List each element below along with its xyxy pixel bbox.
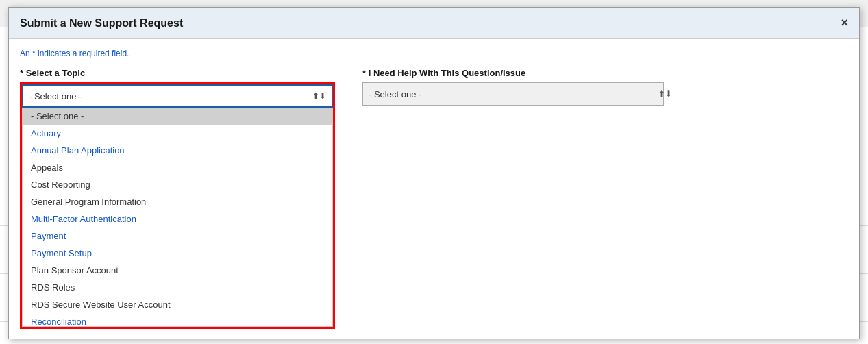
dropdown-item-annual-plan[interactable]: Annual Plan Application	[23, 142, 332, 159]
dropdown-item-rds-secure[interactable]: RDS Secure Website User Account	[23, 296, 332, 313]
modal-close-button[interactable]: ×	[841, 16, 848, 30]
dropdown-item-appeals[interactable]: Appeals	[23, 159, 332, 176]
dropdown-item-select-one[interactable]: - Select one -	[23, 108, 332, 125]
required-note: An * indicates a required field.	[20, 49, 848, 58]
dropdown-item-mfa[interactable]: Multi-Factor Authentication	[23, 210, 332, 228]
dropdown-item-actuary[interactable]: Actuary	[23, 125, 332, 142]
modal-body: An * indicates a required field. * Selec…	[9, 39, 859, 339]
topic-form-group: * Select a Topic - Select one - ⬆⬇ - Sel…	[20, 68, 335, 329]
topic-dropdown-list: - Select one - Actuary Annual Plan Appli…	[22, 108, 333, 327]
topic-select-value: - Select one -	[29, 91, 82, 101]
help-label: * I Need Help With This Question/Issue	[362, 68, 678, 78]
dropdown-item-general-program[interactable]: General Program Information	[23, 193, 332, 210]
modal-dialog: Submit a New Support Request × An * indi…	[8, 7, 860, 339]
dropdown-item-cost-reporting[interactable]: Cost Reporting	[23, 176, 332, 193]
form-row: * Select a Topic - Select one - ⬆⬇ - Sel…	[20, 68, 848, 329]
topic-select-trigger[interactable]: - Select one - ⬆⬇	[22, 84, 333, 108]
help-form-group: * I Need Help With This Question/Issue -…	[362, 68, 678, 106]
modal-title-bar: Submit a New Support Request ×	[9, 8, 859, 39]
modal-title: Submit a New Support Request	[20, 17, 183, 29]
topic-label: * Select a Topic	[20, 68, 335, 78]
help-select[interactable]: - Select one -	[362, 82, 664, 106]
dropdown-item-plan-sponsor[interactable]: Plan Sponsor Account	[23, 262, 332, 279]
topic-dropdown-arrow: ⬆⬇	[312, 91, 326, 101]
help-select-wrapper: - Select one - ⬆⬇	[362, 82, 678, 106]
dropdown-item-payment-setup[interactable]: Payment Setup	[23, 245, 332, 262]
topic-label-text: * Select a Topic	[20, 68, 85, 78]
dropdown-item-reconciliation[interactable]: Reconciliation	[23, 313, 332, 327]
dropdown-item-payment[interactable]: Payment	[23, 228, 332, 245]
topic-dropdown-box: - Select one - ⬆⬇ - Select one - Actuary…	[20, 82, 335, 329]
dropdown-item-rds-roles[interactable]: RDS Roles	[23, 279, 332, 296]
